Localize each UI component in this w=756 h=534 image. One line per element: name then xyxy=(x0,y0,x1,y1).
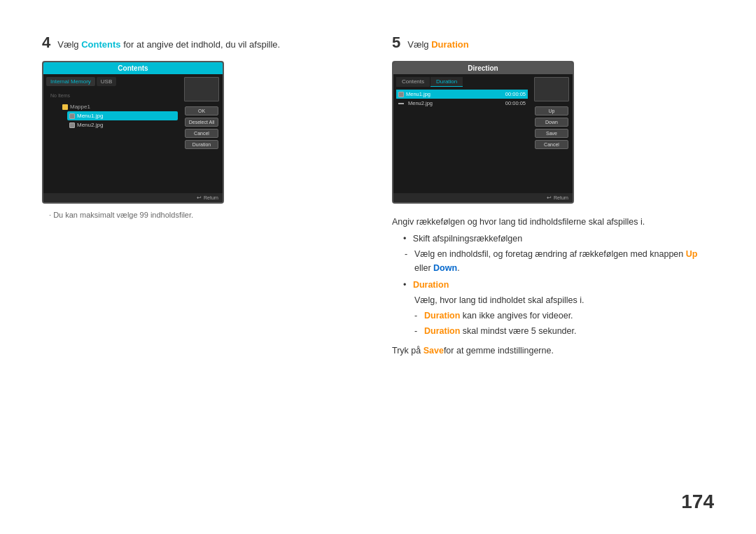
up-highlight: Up xyxy=(686,249,698,259)
btn-save[interactable]: Save xyxy=(535,129,568,138)
direction-right-panel: Up Down Save Cancel xyxy=(531,74,573,193)
bullet-sequence-sub: Vælg en indholdsfil, og foretag ændring … xyxy=(414,247,714,275)
dir-file-menu1[interactable]: Menu1.jpg 00:00:05 xyxy=(396,90,528,99)
step5-highlight: Duration xyxy=(431,39,468,50)
step5-header: 5 Vælg Duration xyxy=(392,35,714,51)
dir-icon-1 xyxy=(398,92,404,97)
dir-duration-2: 00:00:05 xyxy=(505,100,526,106)
btn-duration[interactable]: Duration xyxy=(185,140,218,149)
tab-usb[interactable]: USB xyxy=(97,77,116,86)
dir-file-name-1: Menu1.jpg xyxy=(398,91,430,97)
contents-title: Contents xyxy=(43,62,223,74)
save-footer-text: Tryk på Savefor at gemme indstillingerne… xyxy=(392,344,714,358)
return-text-1: Return xyxy=(204,195,218,200)
dir-file-menu2[interactable]: Menu2.jpg 00:00:05 xyxy=(396,99,528,108)
duration-sub-1: Vælg, hvor lang tid indholdet skal afspi… xyxy=(414,293,714,307)
btn-ok[interactable]: OK xyxy=(185,106,218,115)
dir-tab-duration[interactable]: Duration xyxy=(430,77,463,87)
btn-up[interactable]: Up xyxy=(535,106,568,115)
folder-section: Mappe1 Menu1.jpg Menu2.jpg xyxy=(46,102,178,129)
file-name-menu2: Menu2.jpg xyxy=(77,122,103,128)
page-content: 4 Vælg Contents for at angive det indhol… xyxy=(0,0,756,386)
step4-note: Du kan maksimalt vælge 99 indholdsfiler. xyxy=(42,211,364,219)
dir-marker-2 xyxy=(398,103,404,104)
dir-tab-contents[interactable]: Contents xyxy=(396,77,430,87)
file-list: No Items xyxy=(46,89,178,102)
direction-tab-row: Contents Duration xyxy=(396,77,528,87)
dir-file-name-2: Menu2.jpg xyxy=(398,100,433,106)
contents-left-panel: Internal Memory USB No Items Mappe1 xyxy=(43,74,181,193)
dir-duration-1: 00:00:05 xyxy=(505,91,526,97)
contents-right-panel: OK Deselect All Cancel Duration xyxy=(181,74,223,193)
step5-number: 5 xyxy=(392,35,400,50)
image-icon-1 xyxy=(69,113,75,119)
step5-description: Angiv rækkefølgen og hvor lang tid indho… xyxy=(392,215,714,358)
step4-highlight: Contents xyxy=(81,39,120,50)
bullet-sequence: Skift afspilningsrækkefølgen xyxy=(403,232,714,246)
direction-preview xyxy=(534,77,569,101)
return-arrow-2: ↩ xyxy=(547,195,552,201)
duration-sub-3: - Duration skal mindst være 5 sekunder. xyxy=(414,324,714,338)
step5-text: Vælg Duration xyxy=(407,35,468,51)
contents-footer: ↩ Return xyxy=(43,193,223,202)
step4-column: 4 Vælg Contents for at angive det indhol… xyxy=(42,35,364,358)
page-number: 174 xyxy=(681,491,714,513)
step4-text: Vælg Contents for at angive det indhold,… xyxy=(57,35,280,51)
direction-title: Direction xyxy=(393,62,573,74)
preview-box xyxy=(184,77,219,101)
direction-body: Contents Duration Menu1.jpg 00:00:05 xyxy=(393,74,573,193)
direction-screen: Direction Contents Duration Menu1.jpg xyxy=(392,61,574,204)
btn-down[interactable]: Down xyxy=(535,118,568,127)
contents-tab-row: Internal Memory USB xyxy=(46,77,178,86)
two-column-layout: 4 Vælg Contents for at angive det indhol… xyxy=(42,35,714,358)
duration-highlight-main: Duration xyxy=(413,280,449,290)
step4-text-suffix: for at angive det indhold, du vil afspil… xyxy=(121,39,281,50)
tab-internal-memory[interactable]: Internal Memory xyxy=(46,77,95,86)
duration-highlight-3: Duration xyxy=(424,326,460,336)
return-arrow-1: ↩ xyxy=(197,195,202,201)
folder-name: Mappe1 xyxy=(70,104,90,110)
step5-column: 5 Vælg Duration Direction Contents Durat… xyxy=(392,35,714,358)
file-name-menu1: Menu1.jpg xyxy=(77,113,103,119)
return-text-2: Return xyxy=(554,195,568,200)
direction-left-panel: Contents Duration Menu1.jpg 00:00:05 xyxy=(393,74,531,193)
btn-dir-cancel[interactable]: Cancel xyxy=(535,140,568,149)
contents-body: Internal Memory USB No Items Mappe1 xyxy=(43,74,223,193)
duration-sub-2: - Duration kan ikke angives for videoer. xyxy=(414,309,714,323)
dir-name-1: Menu1.jpg xyxy=(406,91,430,97)
no-items: No Items xyxy=(48,90,176,101)
down-highlight: Down xyxy=(433,263,457,273)
direction-footer: ↩ Return xyxy=(393,193,573,202)
btn-cancel[interactable]: Cancel xyxy=(185,129,218,138)
bullet-duration: Duration xyxy=(403,278,714,292)
desc-intro: Angiv rækkefølgen og hvor lang tid indho… xyxy=(392,215,714,229)
contents-screen: Contents Internal Memory USB No Items xyxy=(42,61,224,204)
folder-item: Mappe1 xyxy=(60,102,178,111)
step4-text-prefix: Vælg xyxy=(57,39,81,50)
folder-icon xyxy=(62,104,68,110)
image-icon-2 xyxy=(69,122,75,128)
duration-highlight-2: Duration xyxy=(424,311,460,321)
direction-file-list: Menu1.jpg 00:00:05 Menu2.jpg 00:00:05 xyxy=(396,90,528,108)
file-item-menu1[interactable]: Menu1.jpg xyxy=(67,111,178,120)
step4-number: 4 xyxy=(42,35,50,50)
btn-deselect-all[interactable]: Deselect All xyxy=(185,118,218,127)
save-highlight: Save xyxy=(424,346,444,356)
file-item-menu2[interactable]: Menu2.jpg xyxy=(67,120,178,129)
step5-text-prefix: Vælg xyxy=(407,39,431,50)
step4-header: 4 Vælg Contents for at angive det indhol… xyxy=(42,35,364,51)
dir-name-2: Menu2.jpg xyxy=(408,100,433,106)
